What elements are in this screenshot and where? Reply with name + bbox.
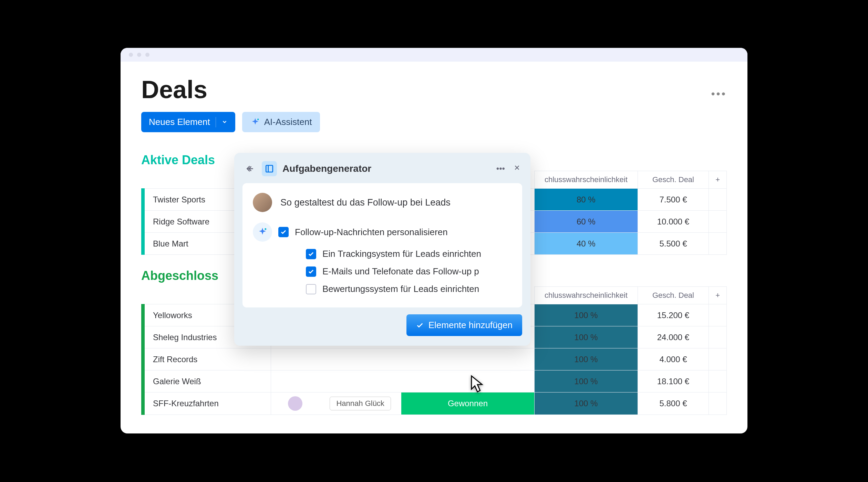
check-icon <box>416 322 424 329</box>
svg-point-7 <box>265 228 266 230</box>
chevron-down-icon[interactable] <box>221 117 228 127</box>
probability-cell[interactable]: 60 % <box>535 211 638 233</box>
table-row[interactable]: Galerie Weiß 100 % 18.100 € <box>143 370 727 392</box>
col-probability: chlusswahrscheinlichkeit <box>535 171 638 189</box>
popup-title: Aufgabengenerator <box>282 163 371 174</box>
popup-close-icon[interactable] <box>513 164 521 174</box>
deal-name[interactable]: Zift Records <box>143 348 271 370</box>
deal-value-cell[interactable]: 4.000 € <box>638 348 709 370</box>
task-generator-popup: Aufgabengenerator ••• So gestaltest du d… <box>234 153 530 346</box>
user-avatar <box>253 193 272 212</box>
task-text: E-Mails und Telefonate das Follow-up p <box>322 266 479 277</box>
window-control-dot[interactable] <box>129 53 133 57</box>
titlebar <box>121 48 747 62</box>
deal-name[interactable]: Galerie Weiß <box>143 370 271 392</box>
deal-value-cell[interactable]: 18.100 € <box>638 370 709 392</box>
popup-heading-row: So gestaltest du das Follow-up bei Leads <box>253 193 512 212</box>
task-row: Follow-up-Nachrichten personalisieren <box>253 219 512 245</box>
table-row[interactable]: Zift Records 100 % 4.000 € <box>143 348 727 370</box>
deal-value-cell[interactable]: 24.000 € <box>638 326 709 348</box>
probability-cell[interactable]: 100 % <box>535 392 638 415</box>
probability-cell[interactable]: 100 % <box>535 348 638 370</box>
checkbox-checked[interactable] <box>278 227 289 237</box>
new-element-label: Neues Element <box>149 117 210 127</box>
status-badge[interactable]: Gewonnen <box>401 392 534 415</box>
add-column-button[interactable]: + <box>709 171 727 189</box>
add-elements-button[interactable]: Elemente hinzufügen <box>406 314 522 336</box>
add-column-button[interactable]: + <box>709 287 727 304</box>
task-row: E-Mails und Telefonate das Follow-up p <box>253 263 512 280</box>
ai-assistant-button[interactable]: AI-Assistent <box>242 112 320 132</box>
ai-sparkle-icon <box>250 117 260 127</box>
probability-cell[interactable]: 100 % <box>535 304 638 326</box>
more-options-icon[interactable]: ••• <box>711 87 727 100</box>
popup-layout-icon <box>262 161 277 176</box>
window-control-dot[interactable] <box>137 53 141 57</box>
deal-value-cell[interactable]: 5.800 € <box>638 392 709 415</box>
col-deal-value: Gesch. Deal <box>638 287 709 304</box>
task-row: Ein Trackingsystem für Leads einrichten <box>253 245 512 263</box>
window-control-dot[interactable] <box>145 53 149 57</box>
checkbox-checked[interactable] <box>306 249 316 259</box>
popup-header: Aufgabengenerator ••• <box>234 153 530 183</box>
new-element-button[interactable]: Neues Element <box>141 112 235 132</box>
ai-sparkle-icon <box>253 222 272 242</box>
deal-value-cell[interactable]: 15.200 € <box>638 304 709 326</box>
button-divider <box>216 117 216 127</box>
svg-point-0 <box>257 118 259 120</box>
deal-name[interactable]: SFF-Kreuzfahrten <box>143 392 271 415</box>
checkbox-checked[interactable] <box>306 266 316 277</box>
cursor-icon <box>470 375 486 395</box>
toolbar: Neues Element AI-Assistent <box>141 112 727 132</box>
task-row: Bewertungssystem für Leads einrichten <box>253 280 512 298</box>
popup-body: So gestaltest du das Follow-up bei Leads… <box>242 183 522 307</box>
page-title: Deals <box>141 75 207 104</box>
col-probability: chlusswahrscheinlichkeit <box>535 287 638 304</box>
back-arrow-icon[interactable] <box>244 163 256 175</box>
owner-avatar[interactable] <box>288 396 302 411</box>
col-deal-value: Gesch. Deal <box>638 171 709 189</box>
popup-more-icon[interactable]: ••• <box>496 164 505 174</box>
ai-assistant-label: AI-Assistent <box>264 117 312 127</box>
add-elements-label: Elemente hinzufügen <box>428 320 513 331</box>
table-row[interactable]: SFF-Kreuzfahrten Hannah Glück Gewonnen 1… <box>143 392 727 415</box>
probability-cell[interactable]: 80 % <box>535 189 638 211</box>
popup-footer: Elemente hinzufügen <box>234 314 530 346</box>
checkbox-unchecked[interactable] <box>306 284 316 294</box>
probability-cell[interactable]: 40 % <box>535 233 638 255</box>
popup-heading: So gestaltest du das Follow-up bei Leads <box>280 197 451 208</box>
deal-value-cell[interactable]: 10.000 € <box>638 211 709 233</box>
task-text: Follow-up-Nachrichten personalisieren <box>295 227 448 238</box>
probability-cell[interactable]: 100 % <box>535 370 638 392</box>
deal-value-cell[interactable]: 5.500 € <box>638 233 709 255</box>
owner-tag[interactable]: Hannah Glück <box>330 397 391 410</box>
svg-rect-3 <box>266 165 273 172</box>
task-text: Bewertungssystem für Leads einrichten <box>322 284 479 294</box>
probability-cell[interactable]: 100 % <box>535 326 638 348</box>
task-text: Ein Trackingsystem für Leads einrichten <box>322 249 481 259</box>
deal-value-cell[interactable]: 7.500 € <box>638 189 709 211</box>
